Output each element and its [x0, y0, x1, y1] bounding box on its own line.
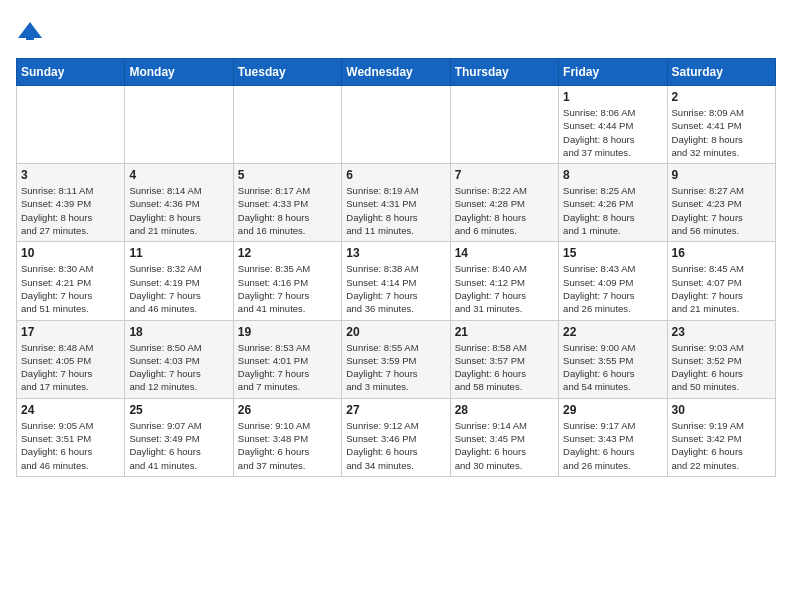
table-row: 28Sunrise: 9:14 AM Sunset: 3:45 PM Dayli… — [450, 398, 558, 476]
col-sunday: Sunday — [17, 59, 125, 86]
day-info: Sunrise: 9:19 AM Sunset: 3:42 PM Dayligh… — [672, 419, 771, 472]
col-monday: Monday — [125, 59, 233, 86]
col-saturday: Saturday — [667, 59, 775, 86]
day-info: Sunrise: 8:27 AM Sunset: 4:23 PM Dayligh… — [672, 184, 771, 237]
table-row: 16Sunrise: 8:45 AM Sunset: 4:07 PM Dayli… — [667, 242, 775, 320]
day-number: 26 — [238, 403, 337, 417]
day-info: Sunrise: 9:17 AM Sunset: 3:43 PM Dayligh… — [563, 419, 662, 472]
day-info: Sunrise: 9:10 AM Sunset: 3:48 PM Dayligh… — [238, 419, 337, 472]
day-number: 23 — [672, 325, 771, 339]
day-number: 4 — [129, 168, 228, 182]
day-number: 10 — [21, 246, 120, 260]
calendar-table: Sunday Monday Tuesday Wednesday Thursday… — [16, 58, 776, 477]
day-info: Sunrise: 8:40 AM Sunset: 4:12 PM Dayligh… — [455, 262, 554, 315]
day-info: Sunrise: 9:12 AM Sunset: 3:46 PM Dayligh… — [346, 419, 445, 472]
day-info: Sunrise: 9:03 AM Sunset: 3:52 PM Dayligh… — [672, 341, 771, 394]
table-row: 17Sunrise: 8:48 AM Sunset: 4:05 PM Dayli… — [17, 320, 125, 398]
day-info: Sunrise: 8:14 AM Sunset: 4:36 PM Dayligh… — [129, 184, 228, 237]
table-row: 30Sunrise: 9:19 AM Sunset: 3:42 PM Dayli… — [667, 398, 775, 476]
day-number: 20 — [346, 325, 445, 339]
day-number: 17 — [21, 325, 120, 339]
table-row: 1Sunrise: 8:06 AM Sunset: 4:44 PM Daylig… — [559, 86, 667, 164]
table-row: 20Sunrise: 8:55 AM Sunset: 3:59 PM Dayli… — [342, 320, 450, 398]
calendar-body: 1Sunrise: 8:06 AM Sunset: 4:44 PM Daylig… — [17, 86, 776, 477]
table-row: 18Sunrise: 8:50 AM Sunset: 4:03 PM Dayli… — [125, 320, 233, 398]
table-row: 22Sunrise: 9:00 AM Sunset: 3:55 PM Dayli… — [559, 320, 667, 398]
day-number: 28 — [455, 403, 554, 417]
day-number: 27 — [346, 403, 445, 417]
day-info: Sunrise: 8:58 AM Sunset: 3:57 PM Dayligh… — [455, 341, 554, 394]
day-info: Sunrise: 9:00 AM Sunset: 3:55 PM Dayligh… — [563, 341, 662, 394]
day-number: 29 — [563, 403, 662, 417]
day-info: Sunrise: 8:19 AM Sunset: 4:31 PM Dayligh… — [346, 184, 445, 237]
calendar-week-row: 24Sunrise: 9:05 AM Sunset: 3:51 PM Dayli… — [17, 398, 776, 476]
day-number: 11 — [129, 246, 228, 260]
day-info: Sunrise: 8:25 AM Sunset: 4:26 PM Dayligh… — [563, 184, 662, 237]
day-info: Sunrise: 8:53 AM Sunset: 4:01 PM Dayligh… — [238, 341, 337, 394]
day-info: Sunrise: 8:45 AM Sunset: 4:07 PM Dayligh… — [672, 262, 771, 315]
day-info: Sunrise: 8:09 AM Sunset: 4:41 PM Dayligh… — [672, 106, 771, 159]
day-info: Sunrise: 8:17 AM Sunset: 4:33 PM Dayligh… — [238, 184, 337, 237]
col-thursday: Thursday — [450, 59, 558, 86]
day-number: 14 — [455, 246, 554, 260]
day-info: Sunrise: 8:48 AM Sunset: 4:05 PM Dayligh… — [21, 341, 120, 394]
page: Sunday Monday Tuesday Wednesday Thursday… — [0, 0, 792, 487]
calendar-week-row: 3Sunrise: 8:11 AM Sunset: 4:39 PM Daylig… — [17, 164, 776, 242]
calendar-week-row: 17Sunrise: 8:48 AM Sunset: 4:05 PM Dayli… — [17, 320, 776, 398]
day-number: 8 — [563, 168, 662, 182]
table-row: 23Sunrise: 9:03 AM Sunset: 3:52 PM Dayli… — [667, 320, 775, 398]
day-number: 7 — [455, 168, 554, 182]
day-info: Sunrise: 8:43 AM Sunset: 4:09 PM Dayligh… — [563, 262, 662, 315]
header-row: Sunday Monday Tuesday Wednesday Thursday… — [17, 59, 776, 86]
col-wednesday: Wednesday — [342, 59, 450, 86]
logo-icon — [16, 18, 44, 46]
table-row — [450, 86, 558, 164]
day-number: 2 — [672, 90, 771, 104]
table-row: 9Sunrise: 8:27 AM Sunset: 4:23 PM Daylig… — [667, 164, 775, 242]
table-row: 5Sunrise: 8:17 AM Sunset: 4:33 PM Daylig… — [233, 164, 341, 242]
day-number: 5 — [238, 168, 337, 182]
day-number: 18 — [129, 325, 228, 339]
table-row: 27Sunrise: 9:12 AM Sunset: 3:46 PM Dayli… — [342, 398, 450, 476]
day-info: Sunrise: 8:50 AM Sunset: 4:03 PM Dayligh… — [129, 341, 228, 394]
day-info: Sunrise: 8:55 AM Sunset: 3:59 PM Dayligh… — [346, 341, 445, 394]
col-friday: Friday — [559, 59, 667, 86]
day-number: 1 — [563, 90, 662, 104]
day-info: Sunrise: 8:35 AM Sunset: 4:16 PM Dayligh… — [238, 262, 337, 315]
calendar-week-row: 10Sunrise: 8:30 AM Sunset: 4:21 PM Dayli… — [17, 242, 776, 320]
table-row — [342, 86, 450, 164]
day-number: 22 — [563, 325, 662, 339]
table-row — [17, 86, 125, 164]
logo — [16, 16, 48, 46]
table-row: 14Sunrise: 8:40 AM Sunset: 4:12 PM Dayli… — [450, 242, 558, 320]
day-info: Sunrise: 8:38 AM Sunset: 4:14 PM Dayligh… — [346, 262, 445, 315]
calendar-week-row: 1Sunrise: 8:06 AM Sunset: 4:44 PM Daylig… — [17, 86, 776, 164]
table-row: 21Sunrise: 8:58 AM Sunset: 3:57 PM Dayli… — [450, 320, 558, 398]
day-number: 30 — [672, 403, 771, 417]
day-number: 12 — [238, 246, 337, 260]
table-row — [125, 86, 233, 164]
table-row: 8Sunrise: 8:25 AM Sunset: 4:26 PM Daylig… — [559, 164, 667, 242]
day-number: 25 — [129, 403, 228, 417]
day-info: Sunrise: 8:30 AM Sunset: 4:21 PM Dayligh… — [21, 262, 120, 315]
day-info: Sunrise: 9:05 AM Sunset: 3:51 PM Dayligh… — [21, 419, 120, 472]
table-row: 29Sunrise: 9:17 AM Sunset: 3:43 PM Dayli… — [559, 398, 667, 476]
table-row: 25Sunrise: 9:07 AM Sunset: 3:49 PM Dayli… — [125, 398, 233, 476]
table-row: 12Sunrise: 8:35 AM Sunset: 4:16 PM Dayli… — [233, 242, 341, 320]
day-number: 19 — [238, 325, 337, 339]
table-row: 26Sunrise: 9:10 AM Sunset: 3:48 PM Dayli… — [233, 398, 341, 476]
day-info: Sunrise: 9:07 AM Sunset: 3:49 PM Dayligh… — [129, 419, 228, 472]
table-row: 7Sunrise: 8:22 AM Sunset: 4:28 PM Daylig… — [450, 164, 558, 242]
day-number: 3 — [21, 168, 120, 182]
table-row: 24Sunrise: 9:05 AM Sunset: 3:51 PM Dayli… — [17, 398, 125, 476]
calendar-header: Sunday Monday Tuesday Wednesday Thursday… — [17, 59, 776, 86]
day-number: 13 — [346, 246, 445, 260]
table-row: 3Sunrise: 8:11 AM Sunset: 4:39 PM Daylig… — [17, 164, 125, 242]
table-row — [233, 86, 341, 164]
day-number: 15 — [563, 246, 662, 260]
day-info: Sunrise: 8:06 AM Sunset: 4:44 PM Dayligh… — [563, 106, 662, 159]
day-info: Sunrise: 9:14 AM Sunset: 3:45 PM Dayligh… — [455, 419, 554, 472]
header — [16, 16, 776, 46]
day-number: 21 — [455, 325, 554, 339]
table-row: 15Sunrise: 8:43 AM Sunset: 4:09 PM Dayli… — [559, 242, 667, 320]
